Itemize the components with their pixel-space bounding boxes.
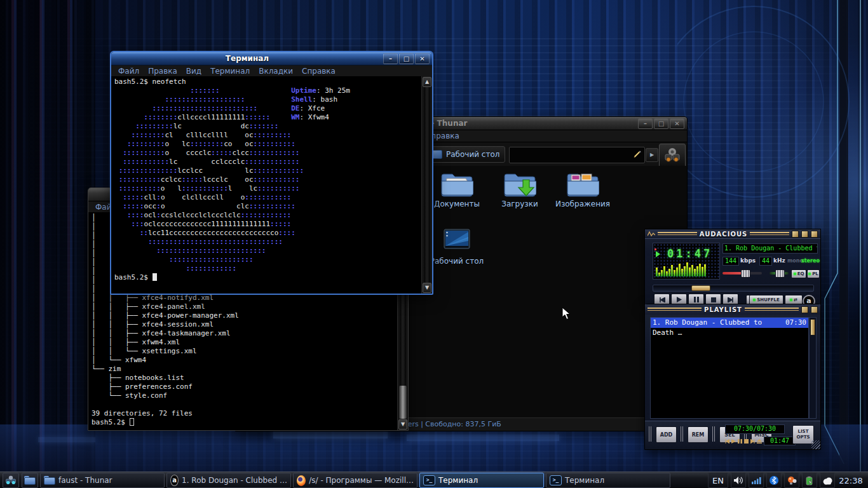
close-button[interactable]: [811, 306, 818, 313]
tree-line: │ │ ├── xfwm4.xml: [92, 338, 397, 347]
terminal1-scrollbar[interactable]: ▲ ▼: [421, 76, 432, 294]
spectrum-bar: [663, 266, 665, 276]
clock[interactable]: 22:38: [837, 473, 864, 487]
scroll-up-button[interactable]: ▲: [423, 77, 431, 87]
scrollbar-trough[interactable]: [424, 87, 430, 283]
keyboard-layout-indicator[interactable]: EN: [708, 473, 728, 488]
playlist-scrollbar[interactable]: [809, 317, 817, 419]
file-item-documents[interactable]: Документы: [426, 171, 487, 208]
close-button[interactable]: ✕: [415, 53, 430, 64]
song-title-marquee[interactable]: 1. Rob Dougan - Clubbed to: [722, 243, 818, 254]
pause-icon[interactable]: [738, 439, 742, 444]
menu-item-2[interactable]: Вид: [182, 67, 206, 76]
task-terminal-active[interactable]: >_ Терминал: [419, 473, 544, 488]
menu-item-0[interactable]: Файл: [114, 67, 144, 76]
add-button[interactable]: ADD: [656, 426, 677, 443]
appfinder-launcher[interactable]: [3, 473, 19, 488]
folder-icon: [44, 476, 55, 485]
task-label: Терминал: [565, 476, 604, 485]
file-item-pictures[interactable]: Изображения: [552, 171, 613, 208]
task-terminal[interactable]: >_ Терминал: [546, 473, 670, 488]
seek-bar-thumb[interactable]: [691, 285, 710, 291]
playlist-bottom-bar: ADD REM SEL MiSC 07:30/07:30 01:47 LIST …: [645, 421, 820, 449]
pathbar-dropdown-button[interactable]: ▶: [646, 148, 658, 162]
scrollbar-thumb[interactable]: [399, 386, 407, 419]
file-item-label: Загрузки: [489, 200, 550, 208]
battery-tray-icon[interactable]: [802, 473, 817, 488]
file-manager-launcher[interactable]: [22, 473, 38, 488]
shade-button[interactable]: [801, 231, 808, 238]
maximize-button[interactable]: □: [654, 118, 668, 129]
volume-slider[interactable]: [722, 272, 762, 274]
menu-item-1[interactable]: Правка: [144, 67, 182, 76]
menu-item-4[interactable]: Вкладки: [254, 67, 297, 76]
close-button[interactable]: ✕: [670, 118, 684, 129]
bluetooth-tray-icon[interactable]: [766, 473, 782, 488]
maximize-button[interactable]: □: [399, 53, 414, 64]
next-icon[interactable]: [750, 439, 755, 444]
tree-line: │ └── xfwm4: [92, 356, 397, 365]
repeat-led: [790, 299, 792, 301]
tree-line: │ │ ├── xfce4-taskmanager.xml: [92, 329, 397, 338]
tree-line: 39 directories, 72 files: [92, 409, 397, 418]
button-ridge: [649, 426, 652, 442]
list-options-button[interactable]: LIST OPTS: [792, 425, 814, 444]
minimize-button[interactable]: –: [638, 118, 653, 129]
task-label: /s/ - Программы — Mozill…: [309, 476, 414, 485]
volume-tray-icon[interactable]: [731, 473, 746, 488]
terminal1-titlebar[interactable]: Терминал – □ ✕: [111, 52, 432, 65]
terminal1-window: Терминал – □ ✕ ФайлПравкаВидТерминалВкла…: [110, 51, 433, 295]
titlebar-stripe: [658, 232, 697, 236]
file-item-downloads[interactable]: Загрузки: [489, 171, 550, 208]
eject-icon[interactable]: [757, 439, 762, 444]
spectrum-bar: [674, 270, 675, 276]
time-display-panel[interactable]: 01:47: [653, 243, 720, 280]
playlist-titlebar[interactable]: PLAYLIST: [645, 304, 820, 315]
task-thunar[interactable]: faust - Thunar: [40, 473, 165, 488]
folder-icon: [440, 171, 473, 198]
shade-button[interactable]: [801, 306, 808, 313]
scroll-down-button[interactable]: ▼: [423, 283, 431, 293]
list-opts-line2: OPTS: [793, 435, 813, 440]
location-entry[interactable]: [509, 147, 645, 163]
weather-tray-icon[interactable]: [820, 473, 835, 488]
redshift-lamp-tray-icon[interactable]: [784, 473, 799, 488]
previous-icon[interactable]: [725, 439, 729, 444]
terminal1-content[interactable]: bash5.2$ neofetch ::::::: Uptime: 3h 25m…: [114, 78, 421, 294]
scroll-down-button[interactable]: ▼: [398, 419, 407, 430]
balance-slider-thumb[interactable]: [775, 269, 785, 278]
close-button[interactable]: [811, 231, 818, 238]
spectrum-bar: [689, 268, 691, 276]
playlist-list[interactable]: 1. Rob Dougan - Clubbed to Death … 07:30: [650, 317, 809, 419]
resize-grip[interactable]: [811, 440, 820, 449]
minimize-button[interactable]: –: [383, 53, 398, 64]
menu-item-5[interactable]: Справка: [297, 67, 340, 76]
spectrum-bar: [704, 264, 706, 276]
audacious-titlebar[interactable]: AUDACIOUS: [645, 229, 820, 238]
file-item-desktop[interactable]: Рабочий стол: [426, 228, 487, 266]
balance-slider[interactable]: [770, 272, 789, 274]
equalizer-button[interactable]: EQ: [791, 269, 806, 278]
terminal-icon: >_: [550, 475, 562, 485]
menu-item-3[interactable]: Терминал: [206, 67, 254, 76]
search-button[interactable]: [659, 144, 686, 168]
remove-button[interactable]: REM: [688, 426, 709, 443]
playlist-toggle-button[interactable]: PL: [807, 269, 820, 278]
seek-bar[interactable]: [653, 285, 814, 292]
task-audacious[interactable]: a 1. Rob Dougan - Clubbed …: [166, 473, 291, 488]
stop-icon[interactable]: [744, 439, 749, 444]
tree-line: └── style.conf: [92, 391, 397, 400]
play-icon[interactable]: [731, 439, 736, 444]
minimize-button[interactable]: [792, 231, 799, 238]
taskbar: faust - Thunar a 1. Rob Dougan - Clubbed…: [0, 471, 868, 488]
binoculars-icon: [5, 475, 17, 485]
waveform-icon: [648, 231, 655, 237]
playlist-entry-selected[interactable]: 1. Rob Dougan - Clubbed to Death … 07:30: [651, 318, 808, 328]
task-firefox[interactable]: /s/ - Программы — Mozill…: [293, 473, 417, 488]
tree-line: │ │ ├── xfce4-panel.xml: [92, 302, 397, 311]
pathbar-desktop-button[interactable]: Рабочий стол: [426, 146, 505, 163]
playlist-scrollbar-thumb[interactable]: [810, 319, 815, 336]
volume-slider-thumb[interactable]: [741, 269, 750, 278]
spectrum-analyzer[interactable]: [656, 261, 717, 276]
network-signal-tray-icon[interactable]: [749, 473, 764, 488]
